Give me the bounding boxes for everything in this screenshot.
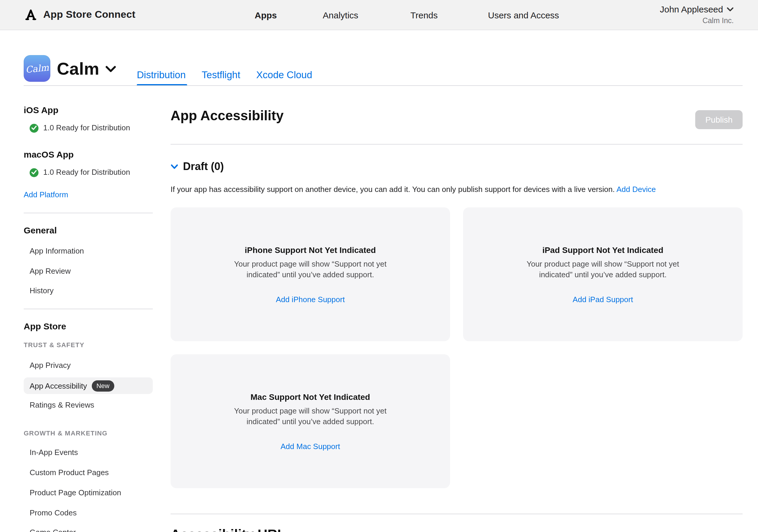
card-title: Mac Support Not Yet Indicated (251, 392, 370, 402)
calm-app-icon: Calm (24, 55, 50, 82)
app-store-connect-logo-icon (24, 8, 38, 22)
sidebar-item-app-privacy[interactable]: App Privacy (24, 360, 153, 371)
check-circle-icon (30, 124, 39, 132)
sidebar-item-app-accessibility[interactable]: App Accessibility New (24, 377, 153, 394)
card-title: iPad Support Not Yet Indicated (542, 245, 664, 255)
add-ipad-support-link[interactable]: Add iPad Support (573, 295, 633, 304)
support-cards: iPhone Support Not Yet Indicated Your pr… (171, 207, 742, 488)
draft-chevron-down-icon (171, 164, 178, 169)
sidebar-item-ios-version-status[interactable]: 1.0 Ready for Distribution (24, 123, 153, 133)
sidebar-heading-macos-app: macOS App (24, 149, 153, 160)
sidebar-item-ratings-reviews[interactable]: Ratings & Reviews (24, 400, 153, 410)
screen: App Store Connect Apps Analytics Trends … (0, 0, 758, 532)
sidebar-item-in-app-events[interactable]: In-App Events (24, 447, 153, 458)
card-body: Your product page will show “Support not… (219, 259, 402, 280)
mac-support-card: Mac Support Not Yet Indicated Your produ… (171, 354, 450, 488)
sidebar-section-growth-marketing: GROWTH & MARKETING (24, 429, 153, 437)
chevron-down-icon (105, 66, 116, 72)
add-mac-support-link[interactable]: Add Mac Support (281, 442, 340, 451)
sidebar-heading-ios-app: iOS App (24, 105, 153, 116)
app-store-connect-page: App Store Connect Apps Analytics Trends … (0, 0, 758, 532)
divider (171, 144, 742, 145)
accessibility-url-section-title: Accessibility URL (171, 527, 742, 532)
divider (24, 309, 153, 309)
page-title: App Accessibility (171, 108, 742, 123)
card-body: Your product page will show “Support not… (511, 259, 695, 280)
sidebar-item-history[interactable]: History (24, 286, 153, 296)
add-iphone-support-link[interactable]: Add iPhone Support (276, 295, 345, 304)
sidebar-heading-general: General (24, 225, 153, 236)
draft-section-toggle[interactable]: Draft (0) (171, 160, 742, 173)
sidebar-section-trust-safety: TRUST & SAFETY (24, 341, 153, 349)
divider (171, 514, 742, 514)
sidebar-item-app-review[interactable]: App Review (24, 266, 153, 277)
sidebar-heading-app-store: App Store (24, 321, 153, 332)
sidebar: iOS App 1.0 Ready for Distribution macOS… (24, 105, 153, 532)
draft-section-title: Draft (0) (183, 160, 224, 173)
app-switcher-button[interactable]: Calm (57, 59, 116, 79)
ipad-support-card: iPad Support Not Yet Indicated Your prod… (463, 207, 742, 341)
sidebar-item-macos-version-status[interactable]: 1.0 Ready for Distribution (24, 167, 153, 178)
sidebar-item-app-information[interactable]: App Information (24, 246, 153, 257)
sidebar-item-game-center[interactable]: Game Center (24, 527, 153, 532)
divider (24, 213, 153, 213)
sidebar-item-promo-codes[interactable]: Promo Codes (24, 508, 153, 518)
card-title: iPhone Support Not Yet Indicated (245, 245, 376, 255)
main-content: App Accessibility Publish Draft (0) If y… (171, 0, 742, 532)
add-device-link[interactable]: Add Device (616, 185, 656, 194)
card-body: Your product page will show “Support not… (219, 406, 402, 427)
check-circle-icon (30, 168, 39, 177)
app-name: Calm (57, 59, 99, 79)
iphone-support-card: iPhone Support Not Yet Indicated Your pr… (171, 207, 450, 341)
draft-description: If your app has accessibility support on… (171, 184, 742, 195)
sidebar-item-custom-product-pages[interactable]: Custom Product Pages (24, 467, 153, 478)
app-store-connect-brand[interactable]: App Store Connect (24, 0, 135, 30)
new-badge: New (92, 380, 114, 391)
sidebar-item-product-page-optimization[interactable]: Product Page Optimization (24, 487, 153, 498)
add-platform-link[interactable]: Add Platform (24, 190, 153, 200)
publish-button[interactable]: Publish (695, 110, 742, 129)
brand-title: App Store Connect (43, 9, 135, 21)
